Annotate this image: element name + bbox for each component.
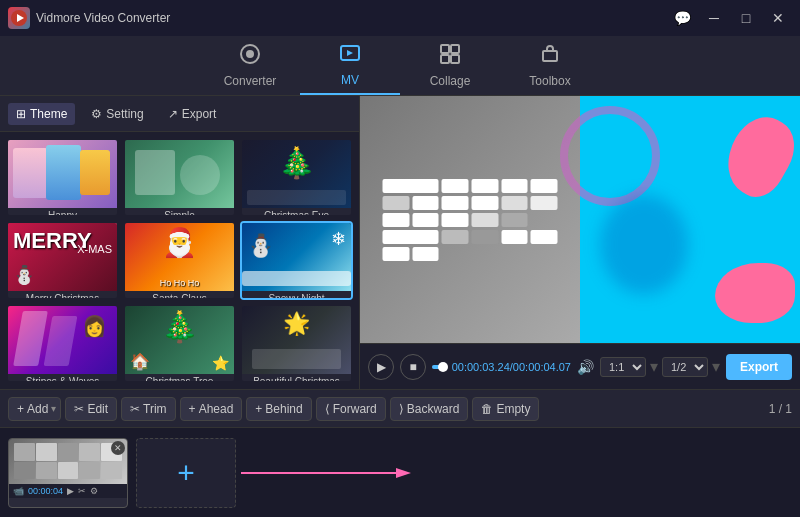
svg-rect-7 <box>441 55 449 63</box>
setting-gear-icon: ⚙ <box>91 107 102 121</box>
app-title: Vidmore Video Converter <box>36 11 170 25</box>
app-logo <box>8 7 30 29</box>
theme-item-happy[interactable]: Happy <box>6 138 119 217</box>
sub-tab-theme-label: Theme <box>30 107 67 121</box>
preview-left <box>360 96 580 343</box>
total-time: 00:00:04.07 <box>513 361 571 373</box>
mv-icon <box>339 42 361 69</box>
edit-label: Edit <box>87 402 108 416</box>
theme-simple-thumb <box>125 140 234 208</box>
behind-icon: + <box>255 402 262 416</box>
message-button[interactable]: 💬 <box>668 8 696 28</box>
sub-tab-theme[interactable]: ⊞ Theme <box>8 103 75 125</box>
tab-converter-label: Converter <box>224 74 277 88</box>
theme-christmas-eve-thumb: 🎄 <box>242 140 351 208</box>
edit-button[interactable]: ✂ Edit <box>65 397 117 421</box>
theme-snowy-night-label: Snowy Night <box>242 291 351 300</box>
minimize-button[interactable]: ─ <box>700 8 728 28</box>
zoom2-separator: ▾ <box>712 357 720 376</box>
ahead-icon: + <box>189 402 196 416</box>
theme-santa-claus-label: Santa Claus <box>125 291 234 300</box>
tab-mv[interactable]: MV <box>300 37 400 95</box>
add-label: Add <box>27 402 48 416</box>
trim-label: Trim <box>143 402 167 416</box>
svg-marker-11 <box>396 468 411 478</box>
timeline-clip[interactable]: 📹 00:00:04 ▶ ✂ ⚙ ✕ <box>8 438 128 508</box>
progress-bar[interactable] <box>432 365 446 369</box>
add-plus-icon: + <box>17 402 24 416</box>
empty-trash-icon: 🗑 <box>481 402 493 416</box>
circle-decoration <box>560 106 660 206</box>
export-button[interactable]: Export <box>726 354 792 380</box>
sub-tab-setting-label: Setting <box>106 107 143 121</box>
clip-video-icon: 📹 <box>13 486 24 496</box>
ahead-button[interactable]: + Ahead <box>180 397 243 421</box>
svg-rect-6 <box>451 45 459 53</box>
volume-icon: 🔊 <box>577 359 594 375</box>
titlebar: Vidmore Video Converter 💬 ─ □ ✕ <box>0 0 800 36</box>
theme-item-santa-claus[interactable]: 🎅 Ho Ho Ho Santa Claus <box>123 221 236 300</box>
add-button[interactable]: + Add ▾ <box>8 397 61 421</box>
empty-label: Empty <box>496 402 530 416</box>
sub-tab-setting[interactable]: ⚙ Setting <box>83 103 151 125</box>
forward-icon: ⟨ <box>325 402 330 416</box>
theme-christmas-tree-thumb: 🎄 🏠 ⭐ <box>125 306 234 374</box>
zoom-select-2[interactable]: 1/2 1/4 <box>662 357 708 377</box>
backward-button[interactable]: ⟩ Backward <box>390 397 469 421</box>
theme-item-christmas-eve[interactable]: 🎄 Christmas Eve <box>240 138 353 217</box>
behind-button[interactable]: + Behind <box>246 397 311 421</box>
theme-item-simple[interactable]: Simple <box>123 138 236 217</box>
sub-tab-export[interactable]: ↗ Export <box>160 103 225 125</box>
clip-trim-icon: ✂ <box>78 486 86 496</box>
tab-toolbox[interactable]: Toolbox <box>500 37 600 95</box>
maximize-button[interactable]: □ <box>732 8 760 28</box>
page-count: 1 / 1 <box>769 402 792 416</box>
theme-item-snowy-night[interactable]: ❄ ⛄ Snowy Night <box>240 221 353 300</box>
edit-icon: ✂ <box>74 402 84 416</box>
play-button[interactable]: ▶ <box>368 354 394 380</box>
theme-stripes-thumb: 👩 <box>8 306 117 374</box>
add-clip-button[interactable]: + <box>136 438 236 508</box>
forward-button[interactable]: ⟨ Forward <box>316 397 386 421</box>
trim-button[interactable]: ✂ Trim <box>121 397 176 421</box>
toolbox-icon <box>539 43 561 70</box>
theme-item-christmas-tree[interactable]: 🎄 🏠 ⭐ Christmas Tree <box>123 304 236 383</box>
theme-item-stripes-waves[interactable]: 👩 Stripes & Waves <box>6 304 119 383</box>
nav-tabs: Converter MV Collage Toolb <box>0 36 800 96</box>
zoom-select-1[interactable]: 1:1 1/2 <box>600 357 646 377</box>
empty-button[interactable]: 🗑 Empty <box>472 397 539 421</box>
tab-converter[interactable]: Converter <box>200 37 300 95</box>
pink-blob-1 <box>714 106 800 205</box>
tab-collage[interactable]: Collage <box>400 37 500 95</box>
stop-button[interactable]: ■ <box>400 354 426 380</box>
backward-icon: ⟩ <box>399 402 404 416</box>
backward-label: Backward <box>407 402 460 416</box>
theme-simple-label: Simple <box>125 208 234 217</box>
pink-blob-2 <box>715 263 795 323</box>
theme-merry-christmas-label: Merry Christmas <box>8 291 117 300</box>
theme-merry-christmas-thumb: MERRY X-MAS ⛄ <box>8 223 117 291</box>
bottom-toolbar: + Add ▾ ✂ Edit ✂ Trim + Ahead + Behind ⟨… <box>0 389 800 427</box>
theme-grid: Happy Simple 🎄 <box>0 132 359 389</box>
theme-santa-claus-thumb: 🎅 Ho Ho Ho <box>125 223 234 291</box>
theme-beautiful-thumb: 🌟 <box>242 306 351 374</box>
titlebar-left: Vidmore Video Converter <box>8 7 170 29</box>
titlebar-controls: 💬 ─ □ ✕ <box>668 8 792 28</box>
clip-thumbnail <box>9 439 127 484</box>
theme-item-merry-christmas[interactable]: MERRY X-MAS ⛄ Merry Christmas <box>6 221 119 300</box>
theme-beautiful-christmas-label: Beautiful Christmas <box>242 374 351 383</box>
clip-info: 📹 00:00:04 ▶ ✂ ⚙ <box>9 484 127 498</box>
zoom-separator: ▾ <box>650 357 658 376</box>
current-time: 00:00:03.24 <box>452 361 510 373</box>
theme-happy-thumb <box>8 140 117 208</box>
close-button[interactable]: ✕ <box>764 8 792 28</box>
trim-icon: ✂ <box>130 402 140 416</box>
video-controls: ▶ ■ 00:00:03.24/00:00:04.07 🔊 1:1 1/2 ▾ … <box>360 343 800 389</box>
arrow-indicator <box>241 463 421 483</box>
theme-snowy-night-thumb: ❄ ⛄ <box>242 223 351 291</box>
svg-rect-8 <box>451 55 459 63</box>
svg-rect-9 <box>543 51 557 61</box>
clip-time: 00:00:04 <box>28 486 63 496</box>
clip-close-button[interactable]: ✕ <box>111 441 125 455</box>
theme-item-beautiful-christmas[interactable]: 🌟 Beautiful Christmas <box>240 304 353 383</box>
